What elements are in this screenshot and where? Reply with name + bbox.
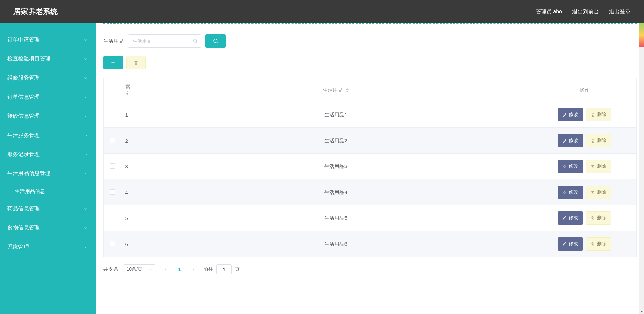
chevron-down-icon: [148, 267, 152, 271]
sidebar-subitem-7-0[interactable]: 生活用品信息: [0, 183, 96, 199]
admin-label[interactable]: 管理员 abo: [536, 8, 562, 15]
sidebar-item-9[interactable]: 食物信息管理: [0, 218, 96, 238]
row-checkbox[interactable]: [110, 189, 115, 195]
delete-label: 删除: [597, 241, 606, 247]
row-name: 生活用品3: [139, 154, 533, 179]
chevron-down-icon: [84, 38, 88, 42]
page-number-current[interactable]: 1: [178, 267, 181, 272]
delete-button[interactable]: 删除: [586, 186, 611, 199]
row-actions: 修改删除: [533, 128, 637, 154]
page-jump: 前往 页: [203, 264, 240, 274]
chevron-down-icon: [84, 114, 88, 118]
vertical-scrollbar[interactable]: [639, 23, 644, 284]
search-button[interactable]: [205, 34, 226, 48]
row-checkbox[interactable]: [110, 215, 115, 220]
table-header-row: 索引 生活用品 操作: [104, 78, 637, 102]
header-action: 操作: [533, 78, 637, 102]
sidebar-item-4[interactable]: 转诊信息管理: [0, 107, 96, 126]
sidebar-item-5[interactable]: 生活服务管理: [0, 126, 96, 145]
delete-button[interactable]: 删除: [586, 211, 611, 225]
sort-up-icon[interactable]: [346, 88, 349, 90]
edit-icon: [562, 164, 567, 169]
row-name: 生活用品6: [139, 231, 533, 257]
sidebar-item-3[interactable]: 订单信息管理: [0, 88, 96, 107]
sidebar-item-8[interactable]: 药品信息管理: [0, 199, 96, 218]
row-index: 4: [121, 179, 139, 205]
delete-button[interactable]: 删除: [586, 237, 611, 251]
edit-label: 修改: [569, 241, 578, 247]
dashed-divider: [103, 23, 637, 24]
edit-button[interactable]: 修改: [558, 160, 583, 173]
action-row: [103, 56, 637, 69]
table-row: 2生活用品2修改删除: [104, 128, 637, 154]
delete-label: 删除: [597, 215, 606, 221]
logout-link[interactable]: 退出登录: [609, 8, 631, 15]
row-index: 1: [121, 102, 139, 128]
edit-label: 修改: [569, 163, 578, 169]
jump-suffix: 页: [235, 266, 240, 272]
edit-label: 修改: [569, 138, 578, 144]
chevron-down-icon: [84, 95, 88, 99]
plus-icon: [111, 60, 116, 65]
row-name: 生活用品5: [139, 205, 533, 231]
row-actions: 修改删除: [533, 179, 637, 205]
sidebar-item-label: 系统管理: [7, 244, 29, 251]
svg-point-2: [214, 39, 217, 43]
trash-icon: [591, 139, 595, 143]
delete-label: 删除: [597, 163, 606, 169]
sidebar-item-0[interactable]: 订单申请管理: [0, 30, 96, 49]
batch-delete-button[interactable]: [126, 56, 146, 69]
trash-icon: [591, 164, 595, 169]
delete-button[interactable]: 删除: [586, 160, 611, 173]
sidebar-item-label: 药品信息管理: [7, 205, 40, 212]
header-name[interactable]: 生活用品: [139, 78, 533, 102]
row-checkbox[interactable]: [110, 112, 115, 117]
sort-down-icon[interactable]: [346, 91, 349, 92]
edit-label: 修改: [569, 215, 578, 221]
edit-button[interactable]: 修改: [558, 108, 583, 121]
page-jump-input[interactable]: [216, 264, 232, 274]
sidebar: 订单申请管理检查检验项目管理维修服务管理订单信息管理转诊信息管理生活服务管理服务…: [0, 23, 96, 284]
delete-button[interactable]: 删除: [586, 134, 611, 147]
page-nav: 1: [161, 265, 198, 274]
row-checkbox[interactable]: [110, 138, 115, 143]
exit-front-link[interactable]: 退出到前台: [572, 8, 599, 15]
page-size-select[interactable]: 10条/页: [124, 264, 155, 274]
edit-button[interactable]: 修改: [558, 237, 583, 251]
row-checkbox[interactable]: [110, 241, 115, 246]
edit-button[interactable]: 修改: [558, 134, 583, 147]
sidebar-item-label: 食物信息管理: [7, 224, 40, 231]
search-suffix-icon: [193, 38, 198, 44]
row-checkbox[interactable]: [110, 163, 115, 169]
sidebar-item-10[interactable]: 系统管理: [0, 238, 96, 257]
sidebar-item-2[interactable]: 维修服务管理: [0, 68, 96, 88]
chevron-down-icon: [84, 134, 88, 138]
data-table: 索引 生活用品 操作 1生活用品1修改删除2生活用品2修改删除3生活用品3修改删…: [103, 78, 637, 257]
edit-button[interactable]: 修改: [558, 186, 583, 199]
row-checkbox-cell: [104, 179, 121, 205]
sidebar-item-label: 维修服务管理: [7, 74, 40, 82]
page-size-value: 10条/页: [127, 266, 142, 272]
row-checkbox-cell: [104, 231, 121, 257]
chevron-down-icon: [84, 76, 88, 80]
header-right: 管理员 abo 退出到前台 退出登录: [536, 8, 631, 15]
prev-page-button[interactable]: [161, 265, 170, 274]
table-row: 4生活用品4修改删除: [104, 179, 637, 205]
search-input[interactable]: [128, 34, 201, 48]
sort-arrows[interactable]: [346, 88, 349, 92]
sidebar-item-label: 订单申请管理: [7, 36, 40, 43]
sidebar-item-1[interactable]: 检查检验项目管理: [0, 49, 96, 68]
delete-button[interactable]: 删除: [586, 108, 611, 121]
next-page-button[interactable]: [189, 265, 198, 274]
sidebar-item-7[interactable]: 生活用品信息管理: [0, 164, 96, 183]
add-button[interactable]: [103, 56, 123, 69]
edit-icon: [562, 113, 567, 117]
scrollbar-thumb[interactable]: [639, 23, 644, 47]
edit-icon: [562, 242, 567, 246]
chevron-down-icon: [84, 153, 88, 157]
sidebar-item-6[interactable]: 服务记录管理: [0, 145, 96, 164]
select-all-checkbox[interactable]: [110, 87, 115, 92]
edit-label: 修改: [569, 112, 578, 118]
sidebar-item-label: 订单信息管理: [7, 94, 40, 101]
edit-button[interactable]: 修改: [558, 211, 583, 225]
